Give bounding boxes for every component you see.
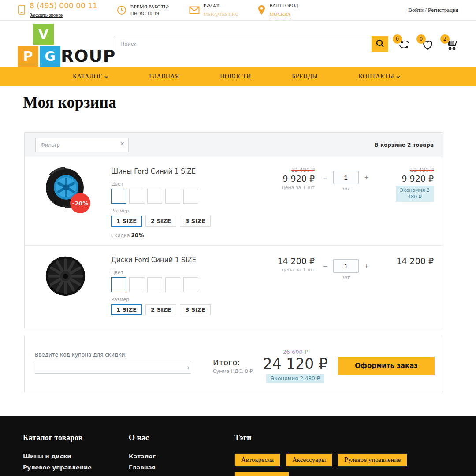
footer-tags-column: Тэги Автокресла Аксессуары Рулевое управ… [234, 433, 453, 476]
nav-item-brands[interactable]: БРЕНДЫ [292, 73, 318, 80]
cart-button[interactable]: 2 [442, 37, 458, 52]
nav-label: КАТАЛОГ [73, 73, 102, 80]
quantity-plus-button[interactable]: + [364, 173, 370, 182]
price-column: 12 480 ₽ 9 920 ₽ цена за 1 шт [258, 167, 315, 238]
footer: Каталог товаров Шины и диски Рулевое упр… [0, 416, 476, 476]
product-title[interactable]: Шины Ford Синий 1 SIZE [111, 167, 258, 175]
chevron-down-icon [396, 73, 400, 80]
size-option-2[interactable]: 2 SIZE [145, 304, 176, 315]
unit-price: 14 200 ₽ [258, 256, 315, 266]
product-title[interactable]: Диски Ford Синий 1 SIZE [111, 256, 258, 264]
cart-items-count: В корзине 2 товара [375, 142, 434, 148]
size-option-2[interactable]: 2 SIZE [145, 216, 176, 227]
color-swatches [111, 189, 258, 204]
filter-box [35, 138, 129, 152]
search-input[interactable] [114, 36, 372, 52]
quantity-minus-button[interactable]: – [322, 173, 328, 182]
tag-item[interactable]: Автокресла [234, 453, 280, 467]
logo-square-v: V [33, 24, 54, 45]
hours-label: ВРЕМЯ РАБОТЫ: [130, 4, 170, 10]
envelope-icon [189, 6, 200, 14]
per-item-label: цена за 1 шт [258, 185, 315, 190]
logo-text: ROUP [61, 46, 115, 66]
nav-item-contacts[interactable]: КОНТАКТЫ [359, 73, 400, 80]
color-swatch-black[interactable] [165, 277, 180, 292]
nav-label: НОВОСТИ [220, 73, 251, 80]
tag-item[interactable]: Рулевое управление [338, 453, 407, 467]
savings-badge: Экономия 2 480 ₽ [396, 186, 434, 202]
apply-coupon-button[interactable] [187, 361, 190, 374]
city-link[interactable]: МОСКВА [269, 11, 290, 18]
quantity-input[interactable] [333, 259, 359, 273]
search-icon [376, 39, 384, 49]
color-swatch-blue[interactable] [111, 277, 126, 292]
quantity-minus-button[interactable]: – [322, 261, 328, 271]
footer-link[interactable]: Главная [129, 464, 234, 471]
color-swatch-red[interactable] [129, 189, 144, 204]
quantity-unit-label: шт [342, 275, 350, 280]
cart-item-row: -20% Шины Ford Синий 1 SIZE Цвет Размер … [25, 157, 443, 245]
coupon-input[interactable] [35, 361, 191, 374]
nav-label: КОНТАКТЫ [359, 73, 394, 80]
checkout-button[interactable]: Оформить заказ [338, 357, 435, 375]
login-register-link[interactable]: Войти / Регистрация [408, 7, 458, 14]
chevron-down-icon [104, 73, 108, 80]
color-swatch-green[interactable] [147, 189, 162, 204]
tag-item[interactable]: Шины и диски [234, 472, 289, 476]
header-icons: 0 0 2 [394, 36, 458, 52]
search-bar [114, 36, 388, 52]
nav-item-catalog[interactable]: КАТАЛОГ [73, 73, 108, 80]
color-swatch-black[interactable] [165, 189, 180, 204]
unit-price: 9 920 ₽ [258, 174, 315, 183]
phone-block: 8 (495) 000 00 11 Заказать звонок [18, 2, 97, 19]
cart-item-row: Диски Ford Синий 1 SIZE Цвет Размер 1 SI… [25, 245, 443, 328]
callback-link[interactable]: Заказать звонок [30, 12, 63, 18]
footer-link[interactable]: Шины и диски [23, 453, 129, 460]
compare-button[interactable]: 0 [394, 37, 411, 52]
item-total: 14 200 ₽ [377, 256, 434, 266]
total-label: Итого: [213, 358, 253, 367]
logo-square-g: G [40, 46, 60, 67]
footer-catalog-title: Каталог товаров [23, 433, 129, 443]
size-option-1[interactable]: 1 SIZE [111, 304, 142, 315]
nav-item-home[interactable]: ГЛАВНАЯ [149, 73, 179, 80]
product-image[interactable] [45, 255, 111, 321]
size-option-3[interactable]: 3 SIZE [180, 216, 211, 227]
size-option-1[interactable]: 1 SIZE [111, 216, 142, 227]
color-swatch-red[interactable] [129, 277, 144, 292]
item-total: 9 920 ₽ [377, 174, 434, 183]
size-options: 1 SIZE 2 SIZE 3 SIZE [111, 216, 258, 227]
clear-filter-icon[interactable] [120, 141, 125, 147]
search-button[interactable] [372, 36, 388, 52]
color-label: Цвет [111, 181, 258, 187]
color-swatch-pink[interactable] [183, 277, 198, 292]
quantity-input[interactable] [333, 171, 359, 184]
total-amounts: 26 600 ₽ 24 120 ₽ Экономия 2 480 ₽ [260, 349, 331, 383]
footer-tags-title: Тэги [234, 433, 453, 443]
product-image[interactable]: -20% [45, 167, 111, 238]
color-swatch-yellow[interactable] [183, 189, 198, 204]
quantity-column: – + шт [319, 255, 373, 321]
nav-item-news[interactable]: НОВОСТИ [220, 73, 251, 80]
email-link[interactable]: MSK@TEST.RU [204, 11, 239, 18]
nav-label: ГЛАВНАЯ [149, 73, 179, 80]
wishlist-button[interactable]: 0 [418, 37, 435, 52]
color-swatch-green[interactable] [147, 277, 162, 292]
logo[interactable]: V P G ROUP [18, 23, 101, 65]
quantity-plus-button[interactable]: + [364, 261, 370, 271]
color-swatch-blue[interactable] [111, 189, 126, 204]
size-option-3[interactable]: 3 SIZE [180, 304, 211, 315]
tag-list: Автокресла Аксессуары Рулевое управление… [234, 453, 453, 476]
tag-item[interactable]: Аксессуары [286, 453, 332, 467]
footer-about-column: О нас Каталог Главная Новости Бренды Кон… [129, 433, 234, 476]
size-label: Размер [111, 297, 258, 302]
phone-icon [18, 4, 26, 16]
footer-catalog-column: Каталог товаров Шины и диски Рулевое упр… [23, 433, 129, 476]
topbar: 8 (495) 000 00 11 Заказать звонок ВРЕМЯ … [0, 0, 476, 21]
footer-link[interactable]: Рулевое управление [23, 464, 129, 471]
compare-count-badge: 0 [393, 34, 402, 44]
phone-number[interactable]: 8 (495) 000 00 11 [30, 2, 97, 10]
footer-link[interactable]: Каталог [129, 453, 234, 460]
filter-input[interactable] [35, 138, 129, 152]
map-pin-icon [258, 5, 265, 15]
